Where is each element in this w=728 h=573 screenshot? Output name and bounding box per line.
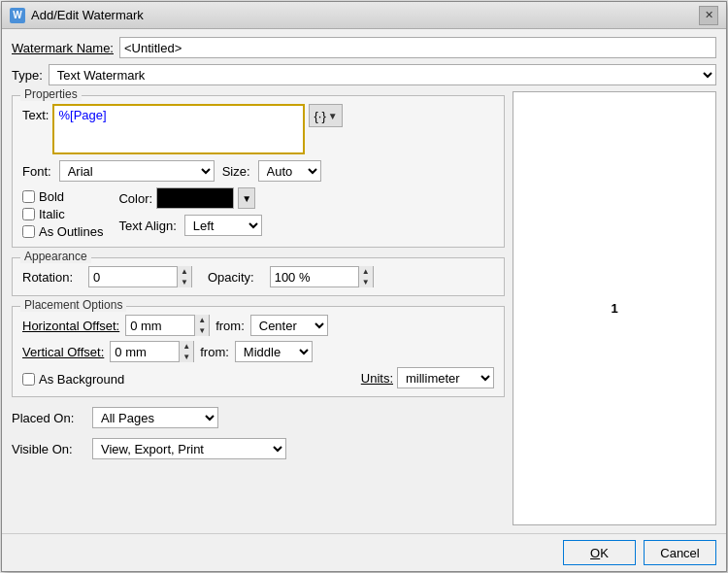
opacity-spinbox: ▲ ▼ [270, 266, 374, 287]
color-picker-button[interactable] [156, 187, 234, 209]
visible-on-select[interactable]: View, Export, Print View Only Print Only… [92, 438, 286, 459]
h-from-select[interactable]: Center Left Right [250, 315, 328, 336]
units-select[interactable]: millimeter inch centimeter [397, 367, 494, 388]
placement-inner: Horizontal Offset: ▲ ▼ from: Center [22, 315, 494, 388]
v-offset-arrows: ▲ ▼ [179, 341, 193, 362]
title-bar: W Add/Edit Watermark ✕ [2, 2, 726, 29]
left-panel: Properties Text: %[Page] {·} ▼ [12, 91, 505, 525]
text-input[interactable]: %[Page] [52, 104, 305, 154]
color-dropdown-arrow[interactable]: ▼ [238, 187, 255, 209]
color-row: Color: ▼ [118, 187, 261, 209]
bold-label: Bold [39, 189, 64, 204]
watermark-name-input[interactable] [119, 37, 716, 58]
preview-panel: 1 [513, 91, 716, 525]
checkboxes-color-row: Bold Italic As Outlines [22, 187, 494, 239]
bottom-row: OK Cancel [2, 533, 726, 571]
opacity-input[interactable] [271, 267, 358, 286]
properties-inner: Text: %[Page] {·} ▼ Font: Arial [22, 104, 494, 239]
type-select[interactable]: Text Watermark Image Watermark [49, 64, 716, 85]
opacity-label: Opacity: [208, 270, 254, 285]
rotation-spinbox-arrows: ▲ ▼ [177, 266, 191, 287]
placed-on-row: Placed On: All Pages Odd Pages Even Page… [12, 407, 505, 428]
watermark-name-label: Watermark Name: [12, 41, 114, 55]
insert-button[interactable]: {·} ▼ [309, 104, 342, 127]
bold-row: Bold [22, 189, 103, 204]
appearance-inner: Rotation: ▲ ▼ Opacity: ▲ [22, 266, 494, 287]
v-offset-up[interactable]: ▲ [180, 341, 193, 352]
insert-btn-arrow: ▼ [328, 111, 338, 121]
opacity-up-arrow[interactable]: ▲ [359, 266, 373, 277]
as-background-label: As Background [39, 372, 124, 387]
ok-label: OK [590, 546, 609, 560]
insert-btn-text: {·} [314, 109, 325, 123]
properties-section: Properties Text: %[Page] {·} ▼ [12, 95, 505, 248]
watermark-name-row: Watermark Name: [12, 37, 716, 58]
units-row: Units: millimeter inch centimeter [361, 367, 494, 388]
h-offset-row: Horizontal Offset: ▲ ▼ from: Center [22, 315, 494, 336]
v-offset-input[interactable] [111, 342, 179, 361]
text-label: Text: [22, 104, 49, 122]
rotation-input[interactable] [89, 267, 177, 286]
units-label: Units: [361, 371, 393, 386]
dialog-title: Add/Edit Watermark [31, 8, 144, 22]
text-align-label: Text Align: [118, 219, 176, 233]
v-offset-spinbox: ▲ ▼ [110, 341, 194, 362]
appearance-section: Appearance Rotation: ▲ ▼ Opacity: [12, 257, 505, 296]
h-offset-up[interactable]: ▲ [195, 315, 209, 325]
rotation-label: Rotation: [22, 270, 73, 285]
placement-section: Placement Options Horizontal Offset: ▲ ▼ [12, 306, 505, 397]
bold-checkbox[interactable] [22, 190, 35, 203]
visible-on-row: Visible On: View, Export, Print View Onl… [12, 438, 505, 459]
h-offset-arrows: ▲ ▼ [194, 315, 209, 336]
v-offset-row: Vertical Offset: ▲ ▼ from: Middle [22, 341, 494, 362]
text-align-select[interactable]: Left Center Right [184, 215, 262, 236]
h-from-label: from: [215, 319, 245, 333]
font-select[interactable]: Arial Times New Roman Courier New Verdan… [59, 160, 215, 182]
opacity-spinbox-arrows: ▲ ▼ [358, 266, 373, 287]
title-bar-left: W Add/Edit Watermark [10, 8, 144, 23]
h-offset-input[interactable] [126, 316, 194, 335]
as-outlines-checkbox[interactable] [22, 225, 35, 238]
h-offset-label: Horizontal Offset: [22, 319, 119, 333]
add-edit-watermark-dialog: W Add/Edit Watermark ✕ Watermark Name: T… [1, 1, 727, 572]
v-offset-label: Vertical Offset: [22, 345, 104, 359]
dialog-content: Watermark Name: Type: Text Watermark Ima… [2, 29, 726, 533]
as-bg-units-row: As Background Units: millimeter inch cen… [22, 367, 494, 388]
checkboxes-col: Bold Italic As Outlines [22, 189, 103, 239]
rotation-up-arrow[interactable]: ▲ [178, 266, 191, 277]
close-button[interactable]: ✕ [699, 6, 718, 25]
properties-label: Properties [20, 87, 82, 101]
type-row: Type: Text Watermark Image Watermark [12, 64, 716, 85]
cancel-button[interactable]: Cancel [644, 540, 716, 565]
placement-label: Placement Options [20, 298, 126, 312]
font-row: Font: Arial Times New Roman Courier New … [22, 160, 494, 182]
appearance-label: Appearance [20, 250, 91, 263]
color-label: Color: [118, 191, 152, 206]
size-select[interactable]: Auto 81012 141824 364872 [258, 160, 321, 182]
ok-button[interactable]: OK [563, 540, 636, 565]
font-label: Font: [22, 164, 51, 179]
as-background-row: As Background [22, 372, 124, 387]
h-offset-down[interactable]: ▼ [195, 325, 209, 336]
opacity-down-arrow[interactable]: ▼ [359, 277, 373, 287]
size-label: Size: [222, 164, 250, 179]
main-layout: Properties Text: %[Page] {·} ▼ [12, 91, 716, 525]
rotation-spinbox: ▲ ▼ [88, 266, 192, 287]
as-outlines-row: As Outlines [22, 224, 103, 239]
h-offset-spinbox: ▲ ▼ [125, 315, 210, 336]
placed-on-label: Placed On: [12, 411, 84, 425]
dialog-icon: W [10, 8, 25, 23]
as-background-checkbox[interactable] [22, 373, 35, 386]
as-outlines-label: As Outlines [39, 224, 103, 239]
v-from-label: from: [200, 345, 229, 359]
align-row: Text Align: Left Center Right [118, 215, 261, 236]
rotation-down-arrow[interactable]: ▼ [178, 277, 191, 287]
v-from-select[interactable]: Middle Top Bottom [235, 341, 313, 362]
italic-label: Italic [39, 207, 65, 221]
italic-row: Italic [22, 207, 103, 221]
cancel-label: Cancel [660, 546, 699, 560]
v-offset-down[interactable]: ▼ [180, 352, 193, 362]
placed-on-select[interactable]: All Pages Odd Pages Even Pages First Pag… [92, 407, 218, 428]
preview-text: 1 [611, 301, 617, 316]
italic-checkbox[interactable] [22, 208, 35, 220]
